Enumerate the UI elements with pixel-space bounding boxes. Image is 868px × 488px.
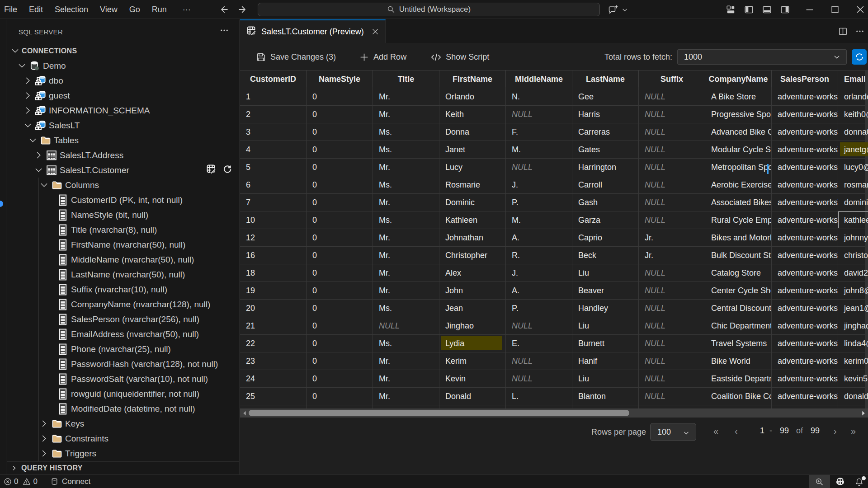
cell-4-companyname[interactable]: Modular Cycle Systems (705, 141, 772, 159)
column-header-lastname[interactable]: LastName (572, 70, 639, 88)
editor-more-actions-icon[interactable] (855, 27, 864, 36)
cell-24-emailaddress[interactable]: kevin5@adventure-works.com (838, 370, 868, 388)
cell-2-title[interactable]: Mr. (373, 106, 439, 123)
tree-item-namestyle-bit-null[interactable]: NameStyle (bit, null) (7, 207, 239, 222)
cell-21-emailaddress[interactable]: jinghao1@adventure-works.com (838, 317, 868, 335)
cell-20-customerid[interactable]: 20 (240, 300, 307, 317)
cell-5-salesperson[interactable]: adventure-works\shu0 (772, 159, 838, 176)
cell-25-firstname[interactable]: Donald (439, 388, 506, 405)
tree-item-lastname-nvarchar-50-null[interactable]: LastName (nvarchar(50), null) (7, 267, 239, 282)
cell-23-firstname[interactable]: Kerim (439, 352, 506, 370)
chevron-down-icon[interactable] (28, 136, 37, 145)
close-window-button[interactable] (850, 0, 868, 19)
cell-19-namestyle[interactable]: 0 (307, 282, 373, 300)
cell-23-customerid[interactable]: 23 (240, 352, 307, 370)
cell-3-namestyle[interactable]: 0 (307, 123, 373, 141)
cell-24-firstname[interactable]: Kevin (439, 370, 506, 388)
cell-4-suffix[interactable]: NULL (639, 141, 705, 159)
cell-23-namestyle[interactable]: 0 (307, 352, 373, 370)
cell-3-lastname[interactable]: Carreras (572, 123, 639, 141)
cell-22-suffix[interactable]: NULL (639, 335, 705, 352)
cell-10-companyname[interactable]: Rural Cycle Emporium (705, 211, 772, 229)
menu-selection[interactable]: Selection (49, 0, 94, 19)
cell-23-companyname[interactable]: Bike World (705, 352, 772, 370)
cell-16-firstname[interactable]: Christopher (439, 247, 506, 264)
cell-22-companyname[interactable]: Travel Systems (705, 335, 772, 352)
column-header-title[interactable]: Title (373, 70, 439, 88)
cell-19-lastname[interactable]: Beaver (572, 282, 639, 300)
cell-1-firstname[interactable]: Orlando (439, 88, 506, 106)
cell-12-companyname[interactable]: Bikes and Motorbikes (705, 229, 772, 247)
cell-10-namestyle[interactable]: 0 (307, 211, 373, 229)
tree-item-guest[interactable]: guest (7, 88, 239, 103)
cell-12-customerid[interactable]: 12 (240, 229, 307, 247)
cell-19-suffix[interactable]: NULL (639, 282, 705, 300)
tree-item-saleslt-address[interactable]: SalesLT.Address (7, 148, 239, 163)
cell-2-suffix[interactable]: NULL (639, 106, 705, 123)
cell-2-firstname[interactable]: Keith (439, 106, 506, 123)
chevron-right-icon[interactable] (40, 419, 48, 428)
cell-10-firstname[interactable]: Kathleen (439, 211, 506, 229)
chevron-down-icon[interactable] (40, 181, 48, 189)
menu-run[interactable]: Run (146, 0, 173, 19)
sidebar-more-actions-icon[interactable] (220, 26, 229, 37)
copilot-status[interactable] (830, 475, 850, 488)
chevron-right-icon[interactable] (34, 151, 43, 160)
cell-6-middlename[interactable]: J. (506, 176, 572, 194)
cell-12-middlename[interactable]: A. (506, 229, 572, 247)
column-header-middlename[interactable]: MiddleName (506, 70, 572, 88)
cell-21-suffix[interactable]: NULL (639, 317, 705, 335)
cell-23-salesperson[interactable]: adventure-works\shu0 (772, 352, 838, 370)
column-header-namestyle[interactable]: NameStyle (307, 70, 373, 88)
cell-7-namestyle[interactable]: 0 (307, 194, 373, 211)
cell-19-middlename[interactable]: A. (506, 282, 572, 300)
cell-24-companyname[interactable]: Eastside Department Store (705, 370, 772, 388)
cell-4-emailaddress[interactable]: janetg@adventure-works.com (838, 141, 868, 159)
column-header-customerid[interactable]: CustomerID (240, 70, 307, 88)
cell-10-suffix[interactable]: NULL (639, 211, 705, 229)
fetch-count-combobox[interactable]: 1000 (677, 49, 847, 65)
cell-20-namestyle[interactable]: 0 (307, 300, 373, 317)
cell-21-middlename[interactable]: NULL (506, 317, 572, 335)
query-history-section[interactable]: QUERY HISTORY (7, 461, 239, 474)
minimize-button[interactable] (799, 0, 820, 19)
tree-item-title-nvarchar-8-null[interactable]: Title (nvarchar(8), null) (7, 222, 239, 237)
cell-21-namestyle[interactable]: 0 (307, 317, 373, 335)
cell-4-firstname[interactable]: Janet (439, 141, 506, 159)
command-center-search[interactable]: Untitled (Workspace) (258, 3, 600, 16)
cell-21-firstname[interactable]: Jinghao (439, 317, 506, 335)
cell-6-title[interactable]: Ms. (373, 176, 439, 194)
cell-2-salesperson[interactable]: adventure-works\david8 (772, 106, 838, 123)
cell-12-salesperson[interactable]: adventure-works\garrett1 (772, 229, 838, 247)
chevron-right-icon[interactable] (24, 91, 32, 100)
maximize-button[interactable] (825, 0, 845, 19)
refresh-icon[interactable] (222, 164, 232, 176)
tree-item-information-schema[interactable]: INFORMATION_SCHEMA (7, 103, 239, 118)
tree-item-customerid-pk-int-not-null[interactable]: CustomerID (PK, int, not null) (7, 192, 239, 207)
tree-item-emailaddress-nvarchar-50-null[interactable]: EmailAddress (nvarchar(50), null) (7, 327, 239, 342)
cell-6-customerid[interactable]: 6 (240, 176, 307, 194)
cell-2-lastname[interactable]: Harris (572, 106, 639, 123)
cell-16-middlename[interactable]: R. (506, 247, 572, 264)
menu-[interactable]: ··· (177, 0, 197, 19)
tab-close-icon[interactable] (370, 27, 380, 37)
cell-6-lastname[interactable]: Carroll (572, 176, 639, 194)
toggle-secondary-sidebar-icon[interactable] (781, 5, 789, 14)
menu-go[interactable]: Go (123, 0, 146, 19)
cell-22-namestyle[interactable]: 0 (307, 335, 373, 352)
column-header-emailaddress[interactable]: EmailAddress (838, 70, 868, 88)
cell-3-suffix[interactable]: NULL (639, 123, 705, 141)
cell-5-lastname[interactable]: Harrington (572, 159, 639, 176)
cell-18-middlename[interactable]: J. (506, 264, 572, 282)
cell-5-title[interactable]: Mr. (373, 159, 439, 176)
cell-21-companyname[interactable]: Chic Department Stores (705, 317, 772, 335)
cell-21-title[interactable]: NULL (373, 317, 439, 335)
cell-4-middlename[interactable]: M. (506, 141, 572, 159)
cell-4-customerid[interactable]: 4 (240, 141, 307, 159)
cell-21-customerid[interactable]: 21 (240, 317, 307, 335)
cell-18-emailaddress[interactable]: david2@adventure-works.com (838, 264, 868, 282)
cell-22-customerid[interactable]: 22 (240, 335, 307, 352)
cell-16-namestyle[interactable]: 0 (307, 247, 373, 264)
cell-2-companyname[interactable]: Progressive Sports (705, 106, 772, 123)
cell-18-customerid[interactable]: 18 (240, 264, 307, 282)
